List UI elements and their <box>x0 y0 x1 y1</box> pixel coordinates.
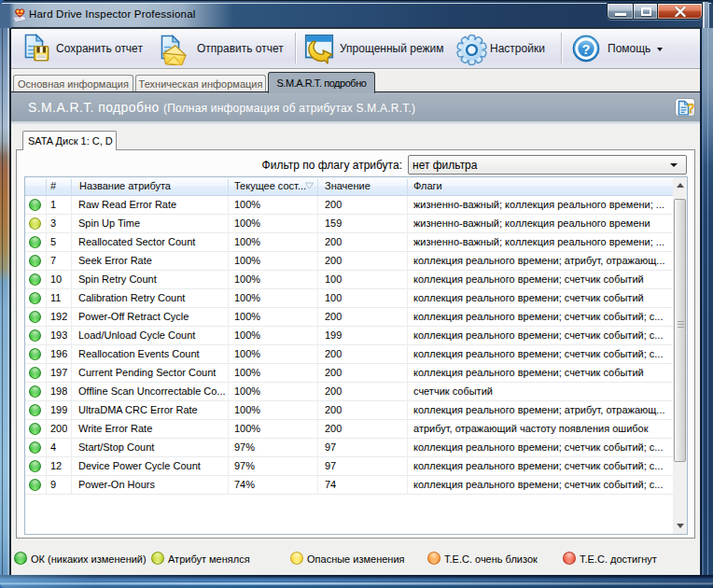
svg-text:?: ? <box>582 41 591 56</box>
svg-text:?: ? <box>687 101 695 116</box>
